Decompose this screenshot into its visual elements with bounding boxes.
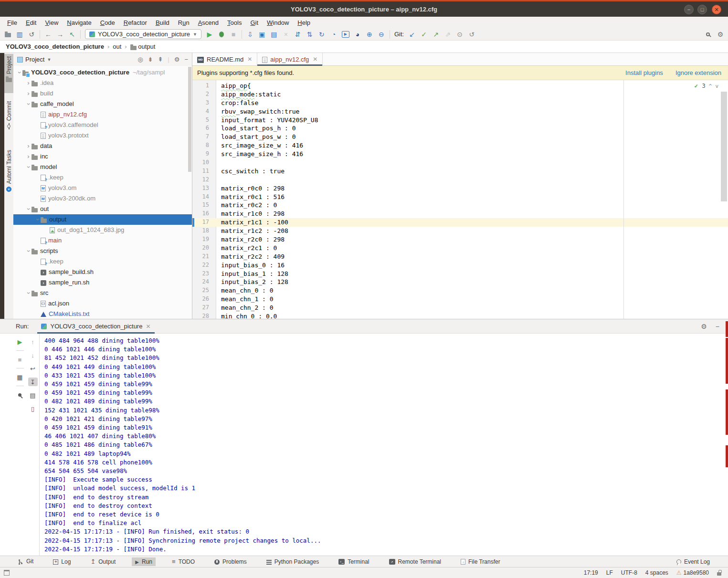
install-plugins-link[interactable]: Install plugins [625,69,663,76]
tool-window-button-python-packages[interactable]: Python Packages [263,557,322,566]
gear-icon[interactable]: ⚙ [701,323,707,330]
menu-tools[interactable]: Tools [223,19,246,26]
edit-config-icon[interactable]: ▤ [270,30,278,39]
status-warning[interactable]: ⚠1a8e9580 [676,569,709,576]
run-console[interactable]: 400 484 964 488 dining table100%0 446 10… [40,334,728,556]
chevron-icon[interactable]: › [25,78,32,88]
breadcrumb-item[interactable]: out [113,43,121,50]
inspection-widget[interactable]: ✓✓ 3 ^ v [692,82,720,90]
tree-item-output[interactable]: ›output [13,214,192,225]
zoom-out-icon[interactable]: ⊖ [378,30,385,39]
push-changes-icon[interactable]: ⇅ [306,30,314,39]
code-line-23[interactable]: 23input_bias_1 : 128 [192,270,728,278]
code-line-14[interactable]: 14matrix_r0c1 : 516 [192,193,728,201]
chevron-icon[interactable]: › [25,151,32,162]
next-problem-icon[interactable]: v [715,83,718,89]
tree-item-sample_run.sh[interactable]: ›sample_run.sh [13,277,192,288]
tree-item-yolov3-200dk.om[interactable]: yolov3-200dk.om [13,193,192,204]
code-line-7[interactable]: 7load_start_pos_w : 0 [192,133,728,141]
tree-item-out_dog1_1024_683.jpg[interactable]: out_dog1_1024_683.jpg [13,225,192,235]
code-line-16[interactable]: 16matrix_r1c0 : 298 [192,210,728,218]
code-line-10[interactable]: 10 [192,158,728,167]
code-line-26[interactable]: 26mean_chn_1 : 0 [192,295,728,304]
code-line-5[interactable]: 5input_format : YUV420SP_U8 [192,116,728,125]
stop-icon[interactable]: ■ [15,355,25,364]
tree-item-src[interactable]: ›src [13,288,192,298]
hide-panel-icon[interactable]: − [184,56,188,63]
code-line-3[interactable]: 3crop:false [192,99,728,107]
tree-item-sample_build.sh[interactable]: ›sample_build.sh [13,267,192,277]
tree-item-inc[interactable]: ›inc [13,151,192,162]
tree-item-acl.json[interactable]: acl.json [13,298,192,309]
tree-item-YOLOV3_coco_detection_picture[interactable]: ›YOLOV3_coco_detection_picture~/tag/samp… [13,67,192,78]
status-item[interactable]: 17:19 [584,569,598,576]
breadcrumb-item[interactable]: output [130,43,156,50]
status-item[interactable]: 4 spaces [645,569,668,576]
menu-file[interactable]: File [3,19,21,26]
run-tab[interactable]: YOLOV3_coco_detection_picture ✕ [37,319,154,333]
event-log-button[interactable]: Event Log [676,558,728,565]
menu-edit[interactable]: Edit [21,19,41,26]
pin-icon[interactable] [15,390,25,399]
tree-item-caffe_model[interactable]: ›caffe_model [13,99,192,109]
menu-run[interactable]: Run [174,19,194,26]
menu-view[interactable]: View [41,19,63,26]
minimize-icon[interactable]: − [684,5,694,14]
code-line-28[interactable]: 28min_chn_0 : 0.0 [192,312,728,319]
tree-item-CMakeLists.txt[interactable]: CMakeLists.txt [13,309,192,319]
menu-code[interactable]: Code [96,19,119,26]
install-package-icon[interactable]: ⇩ [246,30,254,39]
close-icon[interactable]: ✕ [313,56,317,63]
status-item[interactable]: UTF-8 [621,569,637,576]
tree-item-out[interactable]: ›out [13,204,192,214]
menu-help[interactable]: Help [293,19,315,26]
ignore-extension-link[interactable]: Ignore extension [675,69,721,76]
close-icon[interactable]: ✕ [712,5,721,14]
run-icon[interactable]: ▶ [206,30,213,39]
menu-git[interactable]: Git [246,19,263,26]
expand-all-icon[interactable]: ⇟ [148,56,153,63]
tool-window-button-log[interactable]: +Log [50,557,74,566]
code-line-17[interactable]: 17matrix_r1c1 : -100 [192,218,728,227]
tree-item-aipp_nv12.cfg[interactable]: aipp_nv12.cfg [13,109,192,120]
git-update-icon[interactable]: ↙ [408,30,416,39]
collapse-all-icon[interactable]: ⇞ [158,56,163,63]
soft-wrap-icon[interactable]: ↩ [28,364,38,373]
tree-item-scripts[interactable]: ›scripts [13,246,192,256]
chevron-icon[interactable]: › [25,141,32,151]
tool-window-button-problems[interactable]: Problems [211,557,250,566]
coverage-icon[interactable]: ◕ [354,30,361,39]
git-diff-icon[interactable]: ⇗ [444,30,452,39]
tool-window-button-todo[interactable]: ≡TODO [169,557,198,566]
close-icon[interactable]: ✕ [247,56,252,63]
prev-problem-icon[interactable]: ^ [709,83,712,89]
menu-build[interactable]: Build [151,19,174,26]
tool-window-button-git[interactable]: Git [14,557,37,566]
breadcrumb-item[interactable]: YOLOV3_coco_detection_picture [6,43,104,50]
tree-item-yolov3.caffemodel[interactable]: yolov3.caffemodel [13,120,192,130]
rerun-icon[interactable]: ▶ [15,337,25,346]
chevron-icon[interactable]: › [25,88,32,99]
lock-icon[interactable] [717,572,721,576]
chevron-down-icon[interactable]: ▼ [47,57,51,62]
print-icon[interactable]: ▤ [28,391,38,399]
project-panel-title[interactable]: Project [25,56,44,63]
editor-tab-README.md[interactable]: MDREADME.md✕ [192,53,257,65]
code-line-2[interactable]: 2aipp_mode:static [192,90,728,99]
refresh-remote-icon[interactable]: ↻ [318,30,326,39]
tool-window-switcher-icon[interactable] [4,570,10,576]
package-icon[interactable]: ▣ [258,30,266,39]
tool-window-tab-automl-tasks[interactable]: Automl Tasks [4,147,13,206]
code-line-25[interactable]: 25mean_chn_0 : 0 [192,286,728,295]
tree-item-.keep[interactable]: .keep [13,256,192,267]
settings-icon[interactable]: ⚙ [717,30,724,39]
editor-scrollbar[interactable] [721,92,727,201]
menu-window[interactable]: Window [263,19,293,26]
git-push-icon[interactable]: ↗ [432,30,440,39]
tree-item-.keep[interactable]: .keep [13,172,192,183]
code-line-9[interactable]: 9src_image_size_h : 416 [192,150,728,158]
stop-icon[interactable]: ■ [230,30,237,39]
tree-item-yolov3.om[interactable]: yolov3.om [13,183,192,193]
tree-scrollbar[interactable] [188,67,191,172]
cut-icon[interactable]: × [282,30,290,39]
